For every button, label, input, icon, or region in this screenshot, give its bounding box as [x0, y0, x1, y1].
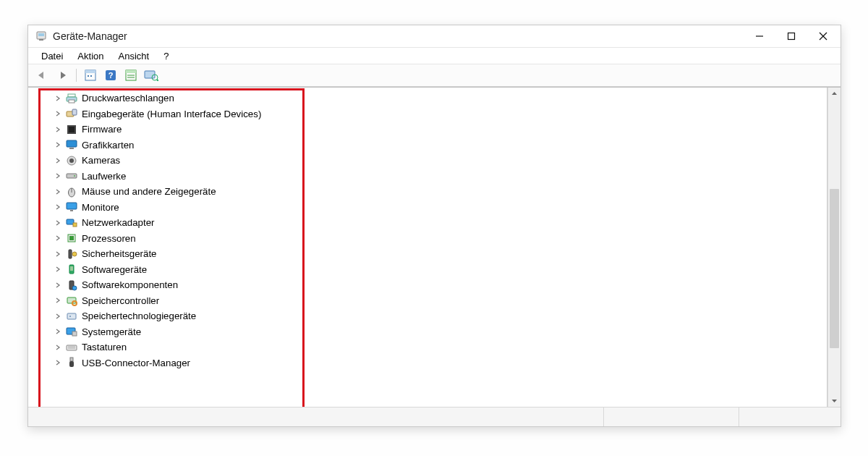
monitor-icon: [66, 201, 77, 213]
toolbar-back-button[interactable]: [33, 67, 51, 84]
tree-item[interactable]: USB-Connector-Manager: [28, 355, 827, 371]
toolbar-help-button[interactable]: ?: [101, 67, 120, 84]
tree-item[interactable]: Prozessoren: [28, 231, 827, 247]
tree-item-label: Systemgeräte: [82, 324, 141, 340]
svg-rect-52: [72, 332, 77, 336]
svg-rect-4: [788, 33, 795, 40]
chevron-right-icon[interactable]: [54, 313, 61, 320]
camera-icon: [66, 155, 77, 166]
svg-rect-38: [73, 223, 77, 227]
softcomp-icon: [66, 279, 77, 291]
toolbar-properties-button[interactable]: [122, 67, 140, 84]
tree-item-label: Prozessoren: [82, 231, 136, 247]
printer-icon: [66, 93, 77, 104]
svg-rect-40: [69, 236, 74, 240]
toolbar-show-hidden-button[interactable]: [81, 67, 100, 84]
svg-point-46: [72, 286, 77, 290]
svg-rect-49: [67, 313, 76, 319]
tree-item-label: Softwarekomponenten: [82, 277, 178, 293]
close-button[interactable]: [807, 25, 839, 47]
scroll-up-button[interactable]: [828, 88, 841, 100]
scroll-down-button[interactable]: [828, 394, 841, 407]
chevron-right-icon[interactable]: [54, 297, 61, 304]
device-tree-pane: DruckwarteschlangenEingabegeräte (Human …: [28, 88, 827, 407]
tree-item[interactable]: Kameras: [28, 153, 827, 169]
storagetech-icon: [66, 311, 77, 322]
menu-help[interactable]: ?: [156, 49, 176, 63]
tree-item-label: Mäuse und andere Zeigegeräte: [82, 184, 216, 200]
chevron-right-icon[interactable]: [54, 126, 61, 133]
scrollbar-thumb[interactable]: [830, 189, 839, 348]
chevron-right-icon[interactable]: [54, 359, 61, 366]
status-cell: [603, 408, 739, 426]
window-title: Geräte-Manager: [53, 30, 744, 42]
status-cell: [739, 408, 841, 426]
toolbar: ?: [28, 64, 841, 87]
toolbar-forward-button[interactable]: [53, 67, 72, 84]
svg-rect-24: [72, 109, 77, 115]
svg-point-42: [72, 252, 77, 256]
chevron-right-icon[interactable]: [54, 235, 61, 242]
chevron-right-icon[interactable]: [54, 188, 61, 195]
svg-rect-14: [126, 70, 136, 73]
tree-item-label: Softwaregeräte: [82, 262, 147, 278]
menu-file[interactable]: Datei: [34, 49, 70, 63]
svg-point-30: [69, 159, 74, 163]
tree-item[interactable]: Grafikkarten: [28, 138, 827, 153]
chevron-right-icon[interactable]: [54, 203, 61, 211]
tree-item[interactable]: Druckwarteschlangen: [28, 90, 827, 106]
maximize-button[interactable]: [775, 25, 807, 47]
drive-icon: [66, 170, 77, 182]
tree-item[interactable]: Sicherheitsgeräte: [28, 246, 827, 262]
tree-item-label: Eingabegeräte (Human Interface Devices): [82, 106, 261, 122]
keyboard-icon: [66, 342, 77, 353]
tree-item-label: Grafikkarten: [82, 138, 134, 153]
chevron-right-icon[interactable]: [54, 266, 61, 273]
vertical-scrollbar[interactable]: [827, 88, 841, 407]
menu-view[interactable]: Ansicht: [111, 49, 157, 63]
chevron-right-icon[interactable]: [54, 328, 61, 335]
tree-item[interactable]: Laufwerke: [28, 169, 827, 185]
tree-item-label: Speichercontroller: [82, 293, 159, 309]
tree-item-label: Kameras: [82, 153, 120, 169]
tree-item[interactable]: Systemgeräte: [28, 324, 827, 340]
svg-rect-28: [69, 148, 74, 149]
tree-item[interactable]: Netzwerkadapter: [28, 215, 827, 231]
chevron-right-icon[interactable]: [54, 344, 61, 351]
chevron-right-icon[interactable]: [54, 282, 61, 289]
svg-rect-26: [69, 127, 75, 132]
svg-rect-2: [39, 39, 43, 41]
tree-item[interactable]: Firmware: [28, 122, 827, 138]
menu-bar: Datei Aktion Ansicht ?: [28, 48, 841, 64]
menu-action[interactable]: Aktion: [70, 49, 111, 63]
cpu-icon: [66, 232, 77, 244]
tree-item[interactable]: Softwaregeräte: [28, 262, 827, 278]
tree-item[interactable]: Tastaturen: [28, 339, 827, 355]
network-icon: [66, 217, 77, 229]
tree-item[interactable]: Speichercontroller: [28, 293, 827, 309]
minimize-button[interactable]: [744, 25, 775, 47]
device-tree[interactable]: DruckwarteschlangenEingabegeräte (Human …: [28, 89, 827, 375]
toolbar-scan-button[interactable]: [142, 67, 161, 84]
chevron-right-icon[interactable]: [54, 110, 61, 117]
svg-rect-44: [70, 266, 73, 271]
svg-point-50: [69, 316, 71, 317]
tree-item[interactable]: Speichertechnologiegeräte: [28, 308, 827, 324]
chevron-right-icon[interactable]: [54, 157, 61, 164]
device-manager-window: Geräte-Manager Datei Aktion Ansicht ? ?: [27, 25, 841, 427]
tree-item[interactable]: Eingabegeräte (Human Interface Devices): [28, 106, 827, 122]
tree-item[interactable]: Softwarekomponenten: [28, 277, 827, 293]
chevron-right-icon[interactable]: [54, 172, 61, 180]
tree-item-label: Netzwerkadapter: [82, 215, 155, 231]
chevron-right-icon[interactable]: [54, 250, 61, 258]
chevron-right-icon[interactable]: [54, 95, 61, 102]
tree-item-label: Druckwarteschlangen: [82, 90, 174, 106]
svg-rect-10: [90, 75, 92, 77]
chevron-right-icon[interactable]: [54, 141, 61, 148]
mouse-icon: [66, 186, 77, 198]
svg-rect-57: [69, 361, 74, 367]
svg-rect-1: [38, 33, 44, 36]
tree-item[interactable]: Monitore: [28, 200, 827, 216]
chevron-right-icon[interactable]: [54, 219, 61, 227]
tree-item[interactable]: Mäuse und andere Zeigegeräte: [28, 184, 827, 200]
